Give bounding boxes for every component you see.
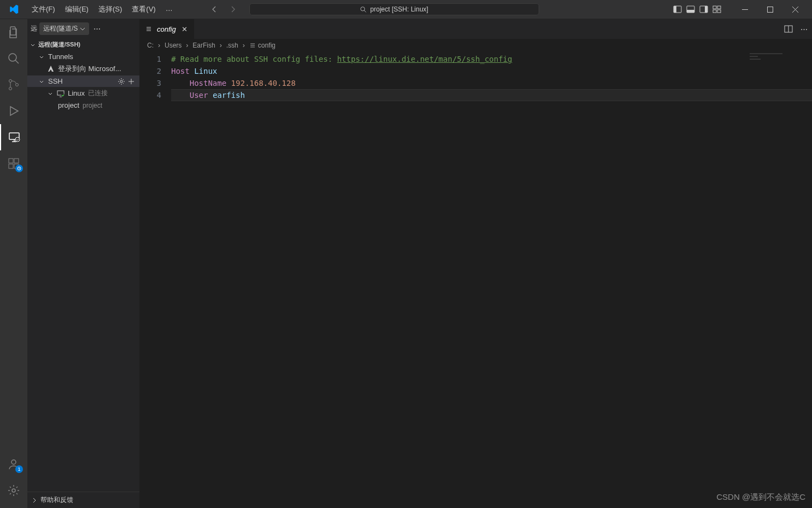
svg-point-25 bbox=[120, 80, 122, 83]
section-remote-label: 远程(隧道/SSH) bbox=[38, 40, 80, 49]
search-icon[interactable] bbox=[0, 45, 27, 72]
layout-customize-icon[interactable] bbox=[712, 5, 721, 14]
section-remote[interactable]: 远程(隧道/SSH) bbox=[27, 38, 139, 51]
code-content[interactable]: # Read more about SSH config files: http… bbox=[171, 53, 812, 508]
crumb[interactable]: .ssh bbox=[226, 42, 238, 49]
chevron-down-icon bbox=[47, 90, 54, 97]
svg-point-13 bbox=[9, 80, 12, 83]
sidebar-help[interactable]: 帮助和反馈 bbox=[27, 492, 139, 508]
svg-rect-4 bbox=[687, 10, 694, 13]
svg-rect-9 bbox=[713, 10, 716, 13]
extensions-badge-icon bbox=[15, 165, 23, 172]
tree-azure-login[interactable]: 登录到向 Microsof... bbox=[27, 62, 139, 75]
chevron-down-icon bbox=[38, 54, 45, 60]
gear-icon[interactable] bbox=[118, 78, 125, 85]
monitor-connected-icon bbox=[57, 90, 65, 97]
svg-point-12 bbox=[9, 54, 16, 61]
titlebar: 文件(F) 编辑(E) 选择(S) 查看(V) … project [SSH: … bbox=[0, 0, 812, 19]
svg-rect-18 bbox=[9, 159, 13, 163]
tab-label: config bbox=[157, 25, 176, 33]
sidebar-more-icon[interactable]: ⋯ bbox=[91, 24, 103, 34]
svg-rect-6 bbox=[705, 6, 708, 13]
code-editor[interactable]: 1 2 3 4 # Read more about SSH config fil… bbox=[139, 52, 812, 508]
tree-host-status: 已连接 bbox=[88, 89, 108, 98]
menu-selection[interactable]: 选择(S) bbox=[94, 1, 126, 17]
window-minimize-icon[interactable] bbox=[732, 0, 757, 19]
svg-rect-2 bbox=[674, 6, 676, 13]
remote-type-dropdown[interactable]: 远程(隧道/S bbox=[39, 22, 89, 35]
chevron-right-icon bbox=[32, 498, 37, 503]
line-numbers: 1 2 3 4 bbox=[139, 53, 171, 508]
menu-view[interactable]: 查看(V) bbox=[127, 1, 160, 17]
editor-area: config ✕ ⋯ C:› Users› EarFish› .ssh› con… bbox=[139, 19, 812, 508]
layout-primary-side-icon[interactable] bbox=[673, 5, 682, 14]
menu-file[interactable]: 文件(F) bbox=[27, 1, 60, 17]
svg-point-14 bbox=[9, 87, 12, 90]
command-center-text: project [SSH: Linux] bbox=[370, 5, 428, 13]
split-editor-icon[interactable] bbox=[784, 25, 793, 33]
window-maximize-icon[interactable] bbox=[757, 0, 782, 19]
crumb[interactable]: Users bbox=[165, 42, 182, 49]
tree-tunnels[interactable]: Tunnels bbox=[27, 51, 139, 62]
editor-more-icon[interactable]: ⋯ bbox=[801, 25, 808, 33]
menu-more[interactable]: … bbox=[161, 1, 177, 17]
tree-host-linux[interactable]: Linux 已连接 bbox=[27, 87, 139, 100]
sidebar-help-label: 帮助和反馈 bbox=[40, 495, 73, 505]
dropdown-label: 远程(隧道/S bbox=[43, 24, 78, 33]
accounts-badge: 1 bbox=[15, 465, 23, 473]
svg-rect-11 bbox=[767, 7, 773, 12]
watermark: CSDN @遇到不会就选C bbox=[716, 492, 805, 503]
tree-project-label: project bbox=[58, 101, 79, 109]
plus-icon[interactable] bbox=[127, 78, 135, 85]
explorer-icon[interactable] bbox=[0, 19, 27, 45]
nav-back-icon[interactable] bbox=[210, 5, 219, 14]
window-close-icon[interactable] bbox=[782, 0, 808, 19]
menu-edit[interactable]: 编辑(E) bbox=[61, 1, 93, 17]
menu-bar: 文件(F) 编辑(E) 选择(S) 查看(V) … bbox=[27, 1, 177, 17]
nav-forward-icon[interactable] bbox=[229, 5, 237, 14]
minimap[interactable]: ▬▬▬▬▬▬▬▬▬▬▬▬▬▬▬▬▬▬▬▬▬▬ bbox=[750, 52, 804, 60]
svg-point-0 bbox=[361, 7, 365, 10]
layout-secondary-side-icon[interactable] bbox=[699, 5, 708, 14]
nav-buttons bbox=[210, 5, 237, 14]
sidebar-refresh-icon[interactable]: 远 bbox=[31, 24, 37, 33]
tree-project-sub: project bbox=[83, 102, 102, 109]
svg-point-24 bbox=[12, 489, 15, 492]
azure-icon bbox=[47, 65, 55, 73]
tab-close-icon[interactable]: ✕ bbox=[180, 24, 189, 34]
crumb[interactable]: C: bbox=[147, 42, 154, 49]
settings-gear-icon[interactable] bbox=[0, 477, 27, 504]
extensions-icon[interactable] bbox=[0, 150, 27, 177]
crumb[interactable]: EarFish bbox=[192, 42, 215, 49]
tree-tunnels-label: Tunnels bbox=[48, 52, 73, 61]
layout-panel-icon[interactable] bbox=[686, 5, 695, 14]
svg-rect-19 bbox=[9, 164, 13, 168]
svg-rect-10 bbox=[717, 10, 721, 13]
tree-azure-label: 登录到向 Microsof... bbox=[58, 64, 121, 74]
run-debug-icon[interactable] bbox=[0, 98, 27, 124]
file-icon bbox=[145, 25, 153, 33]
tree-ssh[interactable]: SSH bbox=[27, 75, 139, 87]
chevron-down-icon bbox=[30, 42, 36, 48]
tree-project[interactable]: project project bbox=[27, 100, 139, 111]
command-center[interactable]: project [SSH: Linux] bbox=[249, 3, 539, 15]
chevron-down-icon bbox=[38, 78, 45, 85]
breadcrumbs[interactable]: C:› Users› EarFish› .ssh› config bbox=[139, 39, 812, 52]
svg-rect-21 bbox=[14, 159, 19, 163]
file-icon bbox=[249, 42, 256, 49]
tree-host-label: Linux bbox=[68, 89, 85, 97]
tree-ssh-label: SSH bbox=[48, 77, 63, 85]
svg-rect-7 bbox=[713, 6, 716, 9]
crumb[interactable]: config bbox=[258, 42, 276, 49]
activity-bar: 1 bbox=[0, 19, 27, 508]
editor-tabs: config ✕ ⋯ bbox=[139, 19, 812, 39]
vscode-logo-icon bbox=[0, 4, 27, 14]
remote-explorer-icon[interactable] bbox=[0, 124, 27, 150]
tab-config[interactable]: config ✕ bbox=[139, 19, 195, 39]
source-control-icon[interactable] bbox=[0, 72, 27, 98]
chevron-down-icon bbox=[80, 26, 85, 32]
search-icon bbox=[360, 6, 367, 13]
svg-point-15 bbox=[16, 84, 19, 86]
svg-point-23 bbox=[11, 460, 16, 464]
accounts-icon[interactable]: 1 bbox=[0, 451, 27, 477]
